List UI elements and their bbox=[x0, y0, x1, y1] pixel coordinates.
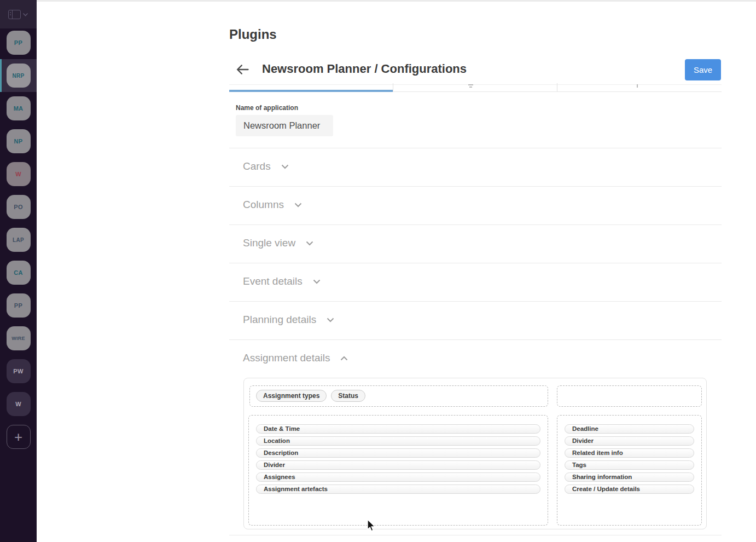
selected-fields-dropzone[interactable]: Assignment types Status bbox=[249, 385, 548, 407]
workspace-avatar[interactable]: MA bbox=[7, 96, 31, 120]
workspace-label: NP bbox=[14, 138, 23, 145]
field-row[interactable]: Divider bbox=[565, 436, 694, 446]
available-fields-left-dropzone[interactable]: Date & Time Location Description Divider… bbox=[248, 415, 548, 526]
workspace-avatar[interactable]: NP bbox=[7, 129, 31, 153]
workspace-label: MA bbox=[14, 105, 24, 112]
modal-title: Newsroom Planner / Configurations bbox=[262, 62, 467, 76]
workspace-avatar[interactable]: LAP bbox=[7, 228, 31, 252]
section-toggle-event-details[interactable]: Event details bbox=[243, 275, 321, 287]
chevron-down-icon bbox=[22, 13, 28, 16]
field-row[interactable]: Deadline bbox=[565, 424, 694, 434]
workspace-avatar[interactable]: PO bbox=[7, 195, 31, 219]
tab-separator bbox=[393, 83, 393, 91]
section-toggle-columns[interactable]: Columns bbox=[243, 199, 302, 211]
workspace-sidebar: PP NRP MA NP W PO LAP CA PP WIRE PW W + bbox=[0, 0, 37, 542]
available-fields-right-dropzone[interactable]: Deadline Divider Related item info Tags … bbox=[557, 415, 702, 526]
field-row[interactable]: Assignees bbox=[256, 472, 540, 482]
field-row[interactable]: Description bbox=[256, 448, 540, 458]
field-row[interactable]: Create / Update details bbox=[565, 485, 694, 494]
workspace-item[interactable]: NP bbox=[0, 125, 37, 158]
workspace-avatar[interactable]: PP bbox=[7, 293, 31, 318]
empty-fields-dropzone[interactable] bbox=[557, 385, 702, 407]
workspace-item[interactable]: PP bbox=[0, 289, 37, 322]
workspace-list: PP NRP MA NP W PO LAP CA PP WIRE PW W + bbox=[0, 26, 37, 453]
assignment-details-panel: Assignment types Status Date & Time Loca… bbox=[243, 378, 707, 529]
workspace-avatar[interactable]: CA bbox=[7, 261, 31, 285]
workspace-label: NRP bbox=[12, 73, 24, 79]
section-divider bbox=[229, 186, 722, 187]
sidebar-toggle-button[interactable] bbox=[0, 0, 37, 28]
chevron-down-icon bbox=[294, 203, 302, 207]
sidebar-layout-icon bbox=[8, 10, 21, 19]
field-chip[interactable]: Status bbox=[331, 390, 365, 402]
workspace-item[interactable]: W bbox=[0, 158, 37, 191]
workspace-label: LAP bbox=[13, 237, 24, 243]
workspace-label: CA bbox=[14, 269, 23, 276]
workspace-label: PP bbox=[14, 302, 22, 309]
chevron-up-icon bbox=[340, 356, 348, 361]
section-divider bbox=[229, 224, 722, 225]
workspace-avatar[interactable]: W bbox=[7, 162, 31, 186]
section-toggle-assignment-details[interactable]: Assignment details bbox=[243, 352, 348, 364]
workspace-item[interactable]: PO bbox=[0, 191, 37, 223]
section-divider bbox=[229, 263, 722, 263]
section-divider bbox=[229, 301, 722, 302]
field-row[interactable]: Sharing information bbox=[565, 472, 694, 482]
section-label: Cards bbox=[243, 160, 271, 172]
workspace-item[interactable]: WIRE bbox=[0, 322, 37, 355]
workspace-item[interactable]: LAP bbox=[0, 223, 37, 256]
workspace-item-selected[interactable]: NRP bbox=[0, 59, 37, 92]
field-chip[interactable]: Assignment types bbox=[256, 390, 327, 402]
chevron-down-icon bbox=[281, 164, 289, 169]
workspace-item[interactable]: CA bbox=[0, 256, 37, 289]
workspace-item[interactable]: PW bbox=[0, 355, 37, 388]
application-name-input[interactable] bbox=[236, 115, 333, 136]
workspace-avatar[interactable]: WIRE bbox=[7, 326, 31, 350]
section-label: Event details bbox=[243, 275, 303, 287]
chevron-down-icon bbox=[313, 279, 321, 284]
workspace-item[interactable]: MA bbox=[0, 92, 37, 125]
tab-label-remnant[interactable] bbox=[469, 87, 472, 88]
save-button[interactable]: Save bbox=[685, 59, 721, 80]
workspace-avatar[interactable]: PP bbox=[7, 31, 31, 55]
section-label: Planning details bbox=[243, 314, 316, 326]
workspace-label: PO bbox=[14, 204, 23, 210]
active-tab-underline[interactable] bbox=[229, 90, 393, 92]
workspace-label: PP bbox=[14, 39, 22, 46]
section-toggle-planning-details[interactable]: Planning details bbox=[243, 314, 334, 326]
back-arrow-icon[interactable] bbox=[235, 62, 250, 77]
section-toggle-cards[interactable]: Cards bbox=[243, 160, 289, 172]
section-label: Columns bbox=[243, 199, 284, 211]
chevron-down-icon bbox=[327, 318, 334, 322]
workspace-item[interactable]: PP bbox=[0, 26, 37, 59]
tab-strip bbox=[229, 82, 722, 92]
tab-separator bbox=[557, 83, 557, 91]
workspace-label: W bbox=[15, 171, 21, 177]
workspace-avatar[interactable]: PW bbox=[7, 359, 31, 383]
top-border bbox=[37, 0, 756, 2]
field-row[interactable]: Tags bbox=[565, 460, 694, 470]
field-row[interactable]: Related item info bbox=[565, 448, 694, 458]
chevron-down-icon bbox=[306, 241, 313, 246]
field-row[interactable]: Location bbox=[256, 436, 540, 446]
add-workspace-row[interactable]: + bbox=[0, 420, 37, 453]
workspace-label: PW bbox=[13, 368, 23, 374]
tab-label-remnant[interactable] bbox=[637, 84, 638, 88]
section-divider bbox=[229, 148, 722, 148]
field-row[interactable]: Assignment artefacts bbox=[256, 485, 540, 494]
workspace-avatar[interactable]: W bbox=[7, 392, 31, 416]
field-row[interactable]: Divider bbox=[256, 460, 540, 470]
workspace-label: W bbox=[15, 401, 21, 407]
workspace-item[interactable]: W bbox=[0, 388, 37, 420]
section-divider bbox=[229, 535, 722, 535]
section-label: Assignment details bbox=[243, 352, 330, 364]
section-divider bbox=[229, 339, 722, 340]
section-toggle-single-view[interactable]: Single view bbox=[243, 237, 313, 249]
workspace-avatar[interactable]: NRP bbox=[7, 64, 31, 88]
name-of-application-label: Name of application bbox=[236, 104, 298, 112]
tab-label-remnant[interactable] bbox=[468, 84, 473, 85]
section-label: Single view bbox=[243, 237, 295, 249]
add-workspace-button[interactable]: + bbox=[7, 425, 31, 449]
field-row[interactable]: Date & Time bbox=[256, 424, 540, 434]
workspace-label: WIRE bbox=[11, 336, 25, 341]
